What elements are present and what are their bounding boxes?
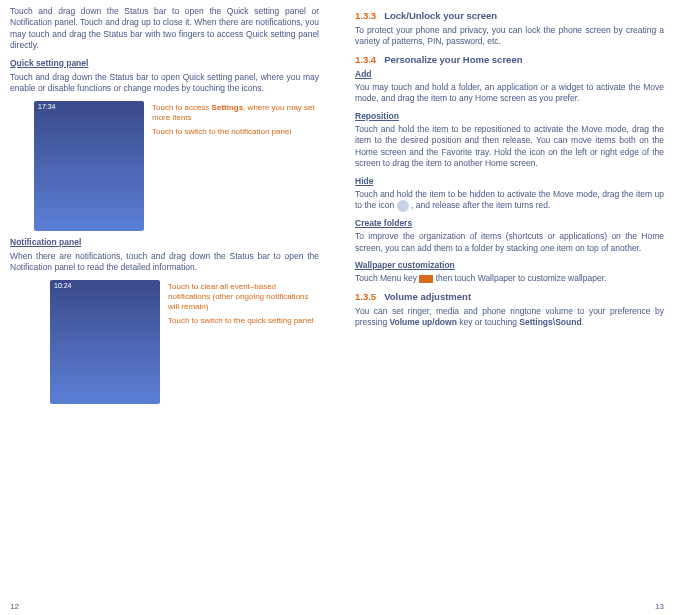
hide-icon (397, 200, 409, 212)
page-right: 1.3.3 Lock/Unlock your screen To protect… (337, 0, 674, 615)
wallpaper-text-b: then touch Wallpaper to customize wallpa… (433, 273, 606, 283)
heading-text: Personalize your Home screen (384, 54, 522, 65)
vol-text-e: . (582, 317, 584, 327)
volume-body: You can set ringer, media and phone ring… (355, 306, 664, 329)
phone-screenshot-notif: 10:24 (50, 280, 160, 404)
reposition-body: Touch and hold the item to be reposition… (355, 124, 664, 170)
quick-setting-body: Touch and drag down the Status bar to op… (10, 72, 319, 95)
heading-number: 1.3.3 (355, 10, 376, 21)
intro-paragraph: Touch and drag down the Status bar to op… (10, 6, 319, 52)
callout-settings: Touch to access Settings, where you may … (152, 103, 319, 123)
callout-switch-quick: Touch to switch to the quick setting pan… (168, 316, 319, 326)
heading-text: Volume adjustment (384, 291, 471, 302)
callouts-notif: Touch to clear all event–based notificat… (168, 280, 319, 404)
folders-body: To improve the organization of items (sh… (355, 231, 664, 254)
page-number-left: 12 (10, 602, 19, 611)
heading-1-3-3: 1.3.3 Lock/Unlock your screen (355, 10, 664, 21)
notification-panel-body: When there are notifications, touch and … (10, 251, 319, 274)
quick-setting-figure: 17:34 Touch to access Settings, where yo… (34, 101, 319, 231)
hide-text-b: , and release after the item turns red. (409, 200, 551, 210)
heading-text: Lock/Unlock your screen (384, 10, 497, 21)
wallpaper-title: Wallpaper customization (355, 260, 664, 270)
callout-text: Touch to access (152, 103, 212, 112)
heading-1-3-4: 1.3.4 Personalize your Home screen (355, 54, 664, 65)
phone-time: 10:24 (50, 280, 160, 291)
vol-text-b: Volume up/down (390, 317, 457, 327)
vol-text-c: key or touching (457, 317, 519, 327)
reposition-title: Reposition (355, 111, 664, 121)
phone-screenshot-quick: 17:34 (34, 101, 144, 231)
notification-figure: 10:24 Touch to clear all event–based not… (50, 280, 319, 404)
menu-key-icon (419, 275, 433, 283)
page-number-right: 13 (655, 602, 664, 611)
page-left: Touch and drag down the Status bar to op… (0, 0, 337, 615)
folders-title: Create folders (355, 218, 664, 228)
hide-title: Hide (355, 176, 664, 186)
vol-text-d: Settings\Sound (519, 317, 581, 327)
add-body: You may touch and hold a folder, an appl… (355, 82, 664, 105)
callout-clear: Touch to clear all event–based notificat… (168, 282, 319, 312)
hide-body: Touch and hold the item to be hidden to … (355, 189, 664, 212)
add-title: Add (355, 69, 664, 79)
callouts-quick: Touch to access Settings, where you may … (152, 101, 319, 231)
heading-1-3-5: 1.3.5 Volume adjustment (355, 291, 664, 302)
quick-setting-title: Quick setting panel (10, 58, 319, 68)
notification-panel-title: Notification panel (10, 237, 319, 247)
heading-number: 1.3.4 (355, 54, 376, 65)
phone-time: 17:34 (34, 101, 144, 112)
wallpaper-body: Touch Menu key then touch Wallpaper to c… (355, 273, 664, 284)
wallpaper-text-a: Touch Menu key (355, 273, 419, 283)
heading-number: 1.3.5 (355, 291, 376, 302)
callout-switch-notif: Touch to switch to the notification pane… (152, 127, 319, 137)
lock-unlock-body: To protect your phone and privacy, you c… (355, 25, 664, 48)
callout-strong: Settings (212, 103, 244, 112)
